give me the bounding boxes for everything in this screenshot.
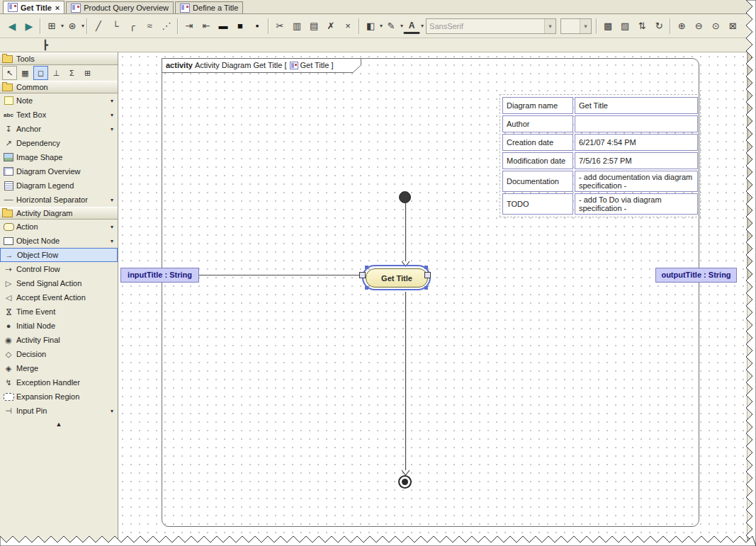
- palette-item-activity-final[interactable]: ◉ Activity Final: [0, 333, 118, 347]
- palette-item-decision[interactable]: ◇ Decision: [0, 347, 118, 361]
- chevron-down-icon[interactable]: ▾: [111, 224, 113, 230]
- palette-item-merge[interactable]: ◈ Merge: [0, 361, 118, 375]
- delete-button[interactable]: ✗: [322, 18, 339, 35]
- control-flow-edge-action-to-final[interactable]: [402, 292, 410, 475]
- palette-item-initial-node[interactable]: ● Initial Node: [0, 319, 118, 333]
- input-pin-label[interactable]: inputTitle : String: [120, 268, 199, 283]
- font-color-button[interactable]: A▾: [403, 18, 424, 34]
- back-button[interactable]: ◀: [4, 18, 21, 35]
- make-same-width-button[interactable]: ▬: [215, 18, 232, 35]
- scrollbar-thumb[interactable]: [747, 64, 756, 278]
- palette-item-note[interactable]: Note ▾: [0, 93, 118, 108]
- selection-handle[interactable]: [365, 286, 368, 290]
- font-size-select[interactable]: ▾: [560, 18, 592, 34]
- grid-tool[interactable]: ⊞: [80, 66, 95, 80]
- control-flow-edge-initial-to-action[interactable]: [402, 203, 410, 266]
- tab-product-query-overview[interactable]: Product Query Overview: [66, 1, 174, 13]
- scrollbar-track[interactable]: [747, 278, 756, 537]
- delete-from-model-button[interactable]: ×: [339, 18, 356, 35]
- align-middle-tool[interactable]: ⊥: [49, 66, 64, 80]
- tab-define-a-title[interactable]: Define a Title: [175, 1, 243, 13]
- palette-item-dependency[interactable]: ↗ Dependency: [0, 136, 118, 150]
- tab-get-title[interactable]: Get Title ×: [3, 1, 64, 13]
- refresh-button[interactable]: ↻: [650, 18, 667, 35]
- palette-item-input-pin[interactable]: ⊣ Input Pin ▾: [0, 404, 118, 418]
- rounded-path-button[interactable]: ╭: [124, 18, 141, 35]
- output-pin-label[interactable]: outputTitle : String: [655, 268, 737, 283]
- palette-item-expansion-region[interactable]: Expansion Region: [0, 389, 118, 404]
- chevron-down-icon[interactable]: ▾: [580, 19, 591, 33]
- zoom-1-1-button[interactable]: ⊙: [707, 18, 724, 35]
- palette-item-diagram-overview[interactable]: Diagram Overview: [0, 164, 118, 178]
- send-to-back-button[interactable]: ▨: [616, 18, 633, 35]
- cut-button[interactable]: ✂: [271, 18, 288, 35]
- vertical-scrollbar[interactable]: ▲ ▼: [747, 52, 756, 546]
- font-family-select[interactable]: SansSerif ▾: [426, 18, 556, 34]
- palette-item-anchor[interactable]: ↧ Anchor ▾: [0, 122, 118, 136]
- selection-handle[interactable]: [424, 286, 428, 290]
- oblique-path-button[interactable]: ╱: [90, 18, 107, 35]
- palette-item-send-signal-action[interactable]: ▷ Send Signal Action: [0, 276, 118, 290]
- scroll-up-button[interactable]: ▲: [747, 52, 756, 63]
- selection-handle[interactable]: [365, 266, 368, 269]
- palette-section-activity-diagram[interactable]: Activity Diagram: [0, 207, 118, 220]
- containment-tree-button[interactable]: ┣: [37, 37, 54, 54]
- diagram-canvas[interactable]: activity Activity Diagram Get Title [ Ge…: [118, 52, 747, 546]
- pen-color-button[interactable]: ✎▾: [383, 18, 403, 35]
- reset-order-button[interactable]: ⇅: [633, 18, 650, 35]
- copy-button[interactable]: ▥: [288, 18, 305, 35]
- palette-section-tools[interactable]: Tools: [0, 52, 118, 65]
- initial-node[interactable]: [399, 191, 411, 203]
- palette-item-action[interactable]: Action ▾: [0, 220, 118, 234]
- attach-left-button[interactable]: ⇥: [181, 18, 198, 35]
- close-tab-icon[interactable]: ×: [55, 4, 60, 11]
- palette-item-image-shape[interactable]: Image Shape: [0, 150, 118, 164]
- palette-section-common[interactable]: Common: [0, 81, 118, 93]
- paste-button[interactable]: ▤: [305, 18, 322, 35]
- custom-path-button[interactable]: ⋰: [158, 18, 175, 35]
- palette-item-object-node[interactable]: Object Node ▾: [0, 234, 118, 248]
- palette-item-diagram-legend[interactable]: Diagram Legend: [0, 178, 118, 193]
- palette-item-exception-handler[interactable]: ↯ Exception Handler: [0, 375, 118, 389]
- input-pin[interactable]: [359, 272, 366, 278]
- palette-item-object-flow[interactable]: → Object Flow: [0, 248, 118, 262]
- make-same-height-button[interactable]: ▪: [249, 18, 266, 35]
- activity-final-node[interactable]: [398, 475, 412, 489]
- attach-right-button[interactable]: ⇤: [198, 18, 215, 35]
- group-select-tool[interactable]: ▦: [18, 66, 33, 80]
- palette-item-time-event[interactable]: ⋈ Time Event: [0, 305, 118, 319]
- bring-to-front-button[interactable]: ▩: [599, 18, 616, 35]
- frame-header[interactable]: activity Activity Diagram Get Title [ Ge…: [162, 58, 361, 73]
- rectilinear-path-button[interactable]: └: [107, 18, 124, 35]
- zoom-in-button[interactable]: ⊕: [673, 18, 690, 35]
- layout-button[interactable]: ⊞▾: [43, 18, 64, 35]
- palette-item-text-box[interactable]: abc Text Box ▾: [0, 108, 118, 122]
- chevron-down-icon[interactable]: ▾: [111, 238, 113, 244]
- output-pin[interactable]: [424, 272, 431, 278]
- chevron-down-icon[interactable]: ▾: [111, 112, 113, 118]
- chevron-down-icon[interactable]: ▾: [544, 19, 555, 33]
- action-get-title[interactable]: Get Title: [366, 268, 428, 288]
- zoom-out-button[interactable]: ⊖: [690, 18, 707, 35]
- sort-tool[interactable]: Σ: [64, 66, 79, 80]
- chevron-down-icon[interactable]: ▾: [111, 197, 113, 203]
- palette-item-label: Object Flow: [17, 251, 58, 259]
- palette-scroll-up[interactable]: ▲: [0, 418, 118, 428]
- sticky-tool[interactable]: ◻: [33, 66, 48, 80]
- zoom-fit-button[interactable]: ⊠: [724, 18, 741, 35]
- scroll-down-button[interactable]: ▼: [747, 537, 756, 546]
- chevron-down-icon[interactable]: ▾: [111, 98, 113, 104]
- fill-color-button[interactable]: ◧▾: [362, 18, 383, 35]
- related-elements-button[interactable]: ⊛▾: [64, 18, 84, 35]
- chevron-down-icon[interactable]: ▾: [111, 126, 113, 132]
- palette-item-accept-event-action[interactable]: ◁ Accept Event Action: [0, 290, 118, 305]
- spline-path-button[interactable]: ≈: [141, 18, 158, 35]
- diagram-info-table[interactable]: Diagram name Get Title Author Creation d…: [500, 94, 701, 217]
- make-same-size-button[interactable]: ■: [232, 18, 249, 35]
- selection-handle[interactable]: [424, 266, 428, 269]
- forward-button[interactable]: ▶: [21, 18, 38, 35]
- palette-item-control-flow[interactable]: ⇢ Control Flow: [0, 262, 118, 276]
- chevron-down-icon[interactable]: ▾: [111, 408, 113, 414]
- select-tool[interactable]: ↖: [2, 66, 17, 80]
- palette-item-horizontal-separator[interactable]: ┄┄ Horizontal Separator ▾: [0, 193, 118, 207]
